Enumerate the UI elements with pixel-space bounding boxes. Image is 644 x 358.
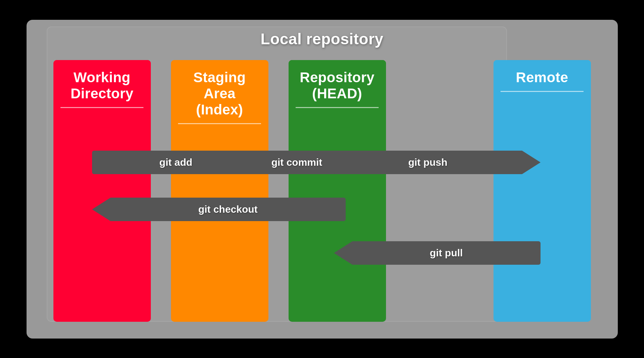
col-working-directory: WorkingDirectory	[53, 60, 151, 322]
remote-divider	[501, 91, 584, 92]
repository-divider	[296, 107, 379, 108]
working-directory-divider	[60, 107, 143, 108]
local-repo-label: Local repository	[27, 30, 618, 48]
col-remote: Remote	[493, 60, 591, 322]
staging-area-divider	[178, 123, 261, 124]
col-repository: Repository(HEAD)	[289, 60, 386, 322]
working-directory-label: WorkingDirectory	[53, 60, 151, 107]
remote-label: Remote	[493, 60, 591, 91]
repository-label: Repository(HEAD)	[289, 60, 386, 107]
diagram-container: Local repository WorkingDirectory Stagin…	[27, 20, 618, 339]
staging-area-label: Staging Area(Index)	[171, 60, 268, 123]
columns-row: WorkingDirectory Staging Area(Index) Rep…	[27, 60, 618, 322]
col-staging-area: Staging Area(Index)	[171, 60, 268, 322]
